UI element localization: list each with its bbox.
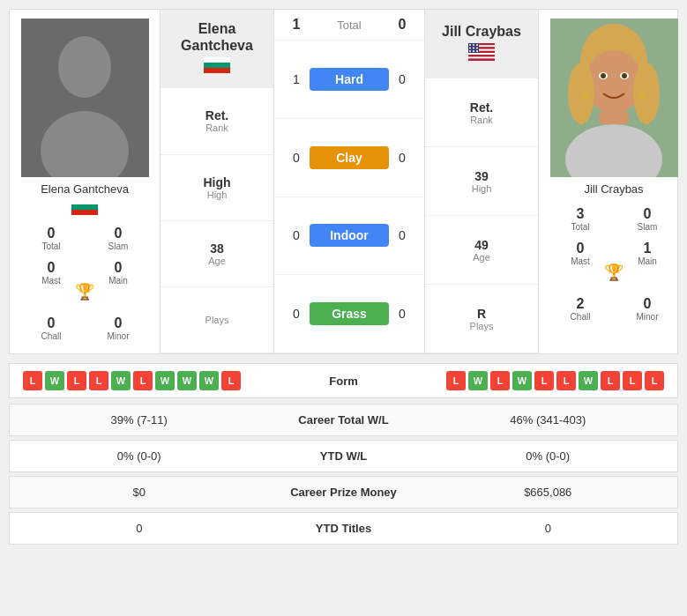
right-plays-stat: R Plays xyxy=(425,285,538,353)
grass-badge: Grass xyxy=(310,302,389,325)
center-rank-label: Rank xyxy=(205,122,228,133)
svg-point-28 xyxy=(476,50,478,52)
right-high-value: 39 xyxy=(474,169,489,183)
left-mast-value: 0 xyxy=(20,260,82,276)
right-chall-value: 2 xyxy=(549,296,611,312)
right-minor-cell: 0 Minor xyxy=(615,293,680,325)
left-minor-label: Minor xyxy=(87,331,149,341)
svg-rect-18 xyxy=(468,59,495,61)
svg-point-36 xyxy=(601,73,606,78)
us-flag xyxy=(468,43,495,61)
left-total-cell: 0 Total xyxy=(19,222,84,255)
right-age-value: 49 xyxy=(474,238,489,252)
clay-row: 0 Clay 0 xyxy=(274,119,424,197)
right-form-badge: L xyxy=(645,371,664,390)
center-age-label: Age xyxy=(208,256,226,266)
svg-rect-5 xyxy=(71,210,98,215)
right-player-panel: Jill Craybas 3 Total 0 Slam 0 Mast 1 Mai… xyxy=(539,10,687,353)
right-player-name: Jill Craybas xyxy=(584,182,643,196)
center-plays-label: Plays xyxy=(205,315,229,325)
left-player-stats: 0 Total 0 Slam 0 Mast 0 Main xyxy=(19,222,151,289)
grass-right-score: 0 xyxy=(389,307,415,321)
right-player-photo-svg xyxy=(550,19,678,177)
clay-left-score: 0 xyxy=(283,151,310,165)
career-stat-row-2: $0Career Prize Money$665,086 xyxy=(9,476,678,508)
left-chall-value: 0 xyxy=(20,315,82,331)
career-stat-right-1: 0% (0-0) xyxy=(432,449,665,463)
career-stat-label-0: Career Total W/L xyxy=(256,413,432,427)
hard-badge: Hard xyxy=(310,68,389,91)
left-chall-cell: 0 Chall xyxy=(19,312,84,345)
surface-results-panel: 1 Total 0 1 Hard 0 0 Clay 0 xyxy=(274,10,424,353)
left-form-badge: W xyxy=(111,371,131,390)
left-chall-label: Chall xyxy=(20,331,82,341)
right-main-value: 1 xyxy=(616,241,678,256)
right-form-badge: W xyxy=(468,371,488,390)
left-form-badge: L xyxy=(221,371,241,390)
svg-rect-17 xyxy=(468,56,495,58)
career-stat-right-0: 46% (341-403) xyxy=(432,413,665,427)
svg-rect-3 xyxy=(71,199,98,204)
left-player-panel: Elena Gantcheva 0 Total 0 Slam xyxy=(10,10,160,353)
left-form-badge: L xyxy=(67,371,86,390)
left-total-value: 0 xyxy=(20,226,82,241)
total-left-score: 1 xyxy=(283,17,310,33)
right-total-cell: 3 Total xyxy=(548,203,613,235)
right-form-badge: L xyxy=(601,371,620,390)
center-high-stat: High High xyxy=(161,155,273,221)
right-total-label: Total xyxy=(549,222,611,232)
svg-point-21 xyxy=(473,44,474,46)
svg-point-38 xyxy=(582,93,589,100)
grass-badge-container: Grass xyxy=(310,302,389,325)
indoor-right-score: 0 xyxy=(389,228,415,242)
career-stat-label-1: YTD W/L xyxy=(256,449,432,463)
svg-point-20 xyxy=(469,44,471,46)
right-mast-value: 0 xyxy=(549,241,611,256)
left-main-value: 0 xyxy=(87,260,149,276)
left-form-badge: W xyxy=(45,371,64,390)
grass-left-score: 0 xyxy=(283,307,310,321)
svg-point-22 xyxy=(476,44,478,46)
form-label: Form xyxy=(309,375,379,388)
career-stat-left-3: 0 xyxy=(23,522,256,535)
right-stats-panel: Jill Craybas xyxy=(424,10,539,353)
center-high-value: High xyxy=(203,175,230,189)
left-player-name: Elena Gantcheva xyxy=(41,182,129,196)
left-form-badge: L xyxy=(89,371,108,390)
career-stat-left-0: 39% (7-11) xyxy=(23,413,256,427)
career-stat-label-3: YTD Titles xyxy=(256,522,432,535)
svg-point-26 xyxy=(469,50,471,52)
left-form-badge: L xyxy=(133,371,153,390)
right-rank-value: Ret. xyxy=(470,100,493,115)
svg-point-23 xyxy=(469,48,471,49)
svg-rect-6 xyxy=(204,57,230,63)
right-slam-value: 0 xyxy=(616,206,678,222)
left-player-name-header: Elena Gantcheva xyxy=(181,20,253,54)
right-form-badge: L xyxy=(490,371,510,390)
career-stat-left-1: 0% (0-0) xyxy=(23,449,256,463)
right-chall-cell: 2 Chall xyxy=(548,293,613,325)
career-stats-container: 39% (7-11)Career Total W/L46% (341-403)0… xyxy=(9,404,678,545)
right-trophy-icon: 🏆 xyxy=(604,263,624,282)
player-comparison: Elena Gantcheva 0 Total 0 Slam xyxy=(9,9,678,354)
right-high-stat: 39 High xyxy=(425,147,538,216)
center-rank-row: Elena Gantcheva xyxy=(161,10,273,88)
career-stat-label-2: Career Prize Money xyxy=(256,486,432,499)
grass-row: 0 Grass 0 xyxy=(274,275,424,353)
right-player-stats2: 2 Chall 0 Minor xyxy=(548,293,680,325)
svg-rect-4 xyxy=(71,204,98,210)
right-player-photo xyxy=(550,19,678,177)
right-high-label: High xyxy=(472,183,492,194)
left-mast-cell: 0 Mast xyxy=(19,256,84,289)
career-stat-left-2: $0 xyxy=(23,486,256,499)
svg-rect-16 xyxy=(468,55,495,56)
hard-row: 1 Hard 0 xyxy=(274,41,424,119)
right-rank-stat: Ret. Rank xyxy=(425,78,538,147)
svg-point-24 xyxy=(473,48,474,49)
right-name-row: Jill Craybas xyxy=(425,10,538,78)
svg-point-31 xyxy=(586,50,642,114)
center-rank-value: Ret. xyxy=(205,108,228,122)
left-player-flag xyxy=(71,199,98,215)
right-plays-value: R xyxy=(477,307,486,321)
career-stat-row-1: 0% (0-0)YTD W/L0% (0-0) xyxy=(9,440,678,472)
